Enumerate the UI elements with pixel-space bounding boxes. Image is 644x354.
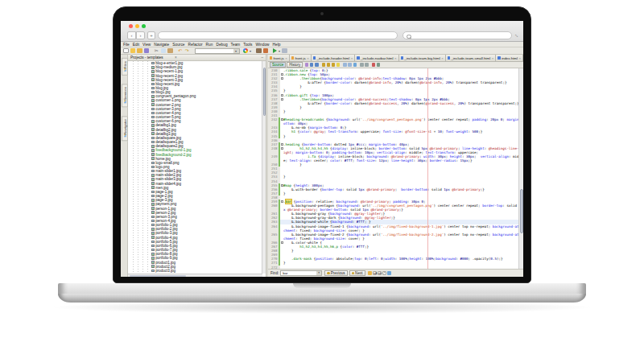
editor-tab[interactable]: index.html× (496, 55, 523, 61)
scrollbar-thumb[interactable] (263, 68, 266, 116)
new-project-icon[interactable] (130, 48, 136, 54)
chevron-down-icon[interactable]: ▾ (233, 49, 239, 53)
chevron-down-icon[interactable]: ▾ (316, 271, 321, 275)
find-previous-button[interactable]: Previous (324, 270, 347, 277)
uncomment-icon[interactable] (365, 63, 369, 67)
find-input[interactable]: bar▾ (280, 270, 322, 276)
editor-tab[interactable]: _include-header.html× (312, 55, 356, 61)
previous-bookmark-icon[interactable] (343, 63, 347, 67)
undo-icon[interactable]: ↶ (178, 48, 184, 54)
close-window-icon[interactable] (129, 24, 133, 28)
menu-help[interactable]: Help (273, 43, 281, 47)
file-tree[interactable]: blog-e-enter1.jpgblog-medium.jpgblog-rec… (128, 61, 262, 274)
editor-tab[interactable]: _include-team-small.html× (446, 55, 497, 61)
chevron-down-icon[interactable]: ▾ (279, 49, 280, 53)
line-number[interactable]: 264 (268, 224, 280, 233)
next-bookmark-icon[interactable] (348, 63, 352, 67)
line-number[interactable]: 242 (268, 117, 280, 126)
resize-icon[interactable]: ↔ (514, 31, 522, 39)
copy-icon[interactable] (161, 48, 167, 54)
whole-words-icon[interactable]: ab (378, 271, 382, 275)
editor-tab[interactable]: front.js× (290, 55, 312, 61)
new-file-icon[interactable] (123, 48, 129, 54)
line-number[interactable]: 260 (268, 204, 280, 212)
find-next-button[interactable]: Next (349, 270, 365, 277)
zoom-window-icon[interactable] (142, 24, 146, 28)
scrollbar-thumb[interactable] (130, 275, 186, 278)
clean-build-icon[interactable] (263, 48, 269, 54)
code-fold-icon[interactable] (281, 184, 283, 187)
save-all-icon[interactable] (144, 48, 150, 54)
scrollbar-thumb[interactable] (520, 189, 523, 233)
menu-source[interactable]: Source (172, 43, 184, 47)
match-case-icon[interactable]: aA (373, 271, 377, 275)
find-previous-icon[interactable] (327, 63, 331, 67)
close-panel-icon[interactable]: × (175, 56, 177, 60)
projects-panel-header[interactable]: Projects - templates × ‒ (128, 55, 266, 61)
code-fold-icon[interactable] (281, 200, 283, 203)
close-tab-icon[interactable]: × (492, 56, 494, 60)
highlight-results-icon[interactable] (368, 271, 372, 275)
menu-view[interactable]: View (142, 43, 151, 47)
close-tab-icon[interactable]: × (519, 56, 522, 60)
browser-icon[interactable] (243, 48, 249, 54)
toggle-highlight-icon[interactable] (336, 63, 341, 67)
menu-file[interactable]: File (123, 43, 130, 47)
forward-button[interactable]: › (136, 31, 145, 39)
menu-edit[interactable]: Edit (133, 43, 139, 47)
profile-icon[interactable] (282, 48, 287, 54)
regex-icon[interactable]: .* (382, 271, 386, 275)
menu-run[interactable]: Run (206, 43, 213, 47)
open-project-icon[interactable] (137, 48, 142, 54)
minimize-panel-icon[interactable]: ‒ (261, 56, 263, 60)
editor-vertical-scrollbar[interactable] (518, 68, 523, 269)
sidebar-tab-services[interactable]: Services (122, 84, 128, 107)
editor-tab[interactable]: _include-navbar.html× (355, 55, 398, 61)
config-combobox[interactable]: ▾ (195, 48, 240, 54)
menu-navigate[interactable]: Navigate (154, 43, 169, 47)
line-number[interactable]: 265 (268, 233, 280, 241)
address-bar[interactable] (158, 31, 398, 39)
window-titlebar[interactable]: ‹ › + ↔ (121, 21, 523, 42)
code-fold-icon[interactable] (281, 147, 283, 150)
back-button[interactable]: ‹ (127, 31, 136, 39)
tree-vertical-scrollbar[interactable] (262, 61, 266, 274)
code-fold-icon[interactable] (281, 94, 283, 97)
history-view-button[interactable]: History (287, 62, 303, 68)
sidebar-tab-files[interactable]: Files (122, 58, 128, 76)
code-fold-icon[interactable] (281, 98, 283, 101)
menu-debug[interactable]: Debug (216, 43, 227, 47)
memory-icon[interactable] (377, 63, 381, 67)
search-bar[interactable] (402, 31, 512, 39)
editor-tab[interactable]: front.js× (268, 55, 290, 61)
close-tab-icon[interactable]: × (285, 56, 287, 60)
code-fold-icon[interactable] (281, 143, 283, 146)
toggle-bookmark-icon[interactable] (353, 63, 357, 67)
sidebar-tab-navigator[interactable]: Navigator (122, 116, 128, 141)
tree-item[interactable]: product3.jpg (128, 269, 262, 273)
close-tab-icon[interactable]: × (351, 56, 353, 60)
chevron-down-icon[interactable]: ▾ (250, 49, 251, 53)
menu-team[interactable]: Team (231, 43, 241, 47)
back-icon[interactable] (310, 63, 314, 67)
macro-record-icon[interactable] (372, 63, 376, 67)
line-number[interactable]: 249 (268, 154, 280, 163)
forward-icon[interactable] (315, 63, 319, 67)
editor-tab[interactable]: _include-team-big.html× (399, 55, 446, 61)
source-view-button[interactable]: Source (270, 62, 286, 68)
code-fold-icon[interactable] (281, 241, 283, 244)
wrap-around-icon[interactable] (387, 271, 391, 275)
menu-refactor[interactable]: Refactor (188, 43, 202, 47)
minimize-window-icon[interactable] (135, 24, 139, 28)
close-tab-icon[interactable]: × (441, 56, 444, 60)
close-tab-icon[interactable]: × (307, 56, 309, 60)
menu-window[interactable]: Window (256, 43, 270, 47)
menu-tools[interactable]: Tools (243, 43, 252, 47)
find-selection-icon[interactable] (322, 63, 326, 67)
tree-horizontal-scrollbar[interactable] (128, 274, 262, 277)
cut-icon[interactable]: ✂ (154, 48, 159, 54)
find-next-icon[interactable] (332, 63, 336, 67)
new-tab-button[interactable]: + (147, 31, 155, 39)
last-edit-icon[interactable] (305, 63, 309, 67)
code-fold-icon[interactable] (281, 77, 283, 80)
